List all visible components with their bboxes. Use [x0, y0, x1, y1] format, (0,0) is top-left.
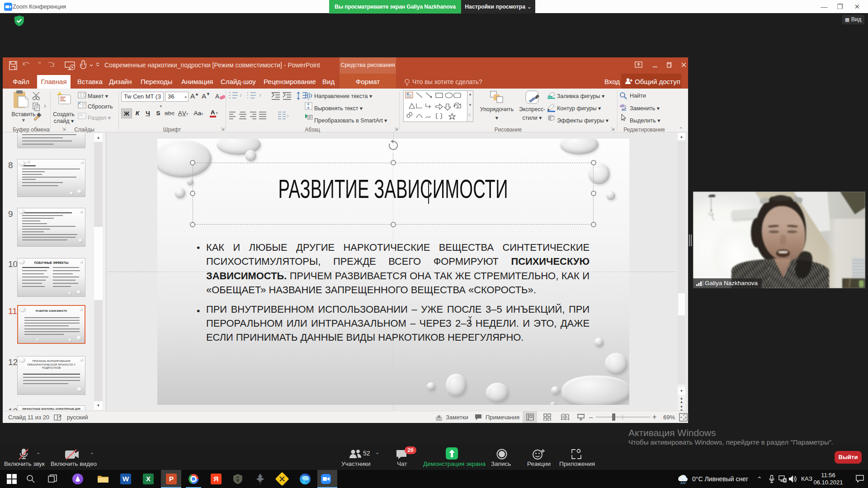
svg-text:А: А — [215, 93, 220, 100]
